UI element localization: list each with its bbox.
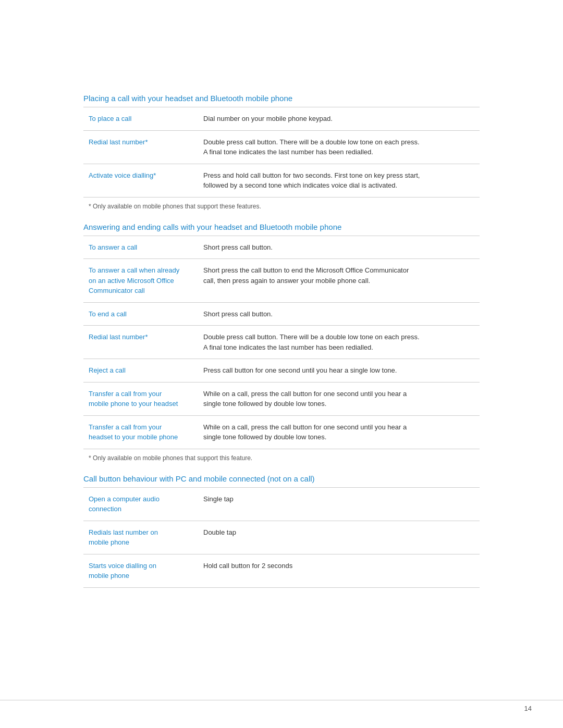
row-description: Double press call button. There will be … [198,326,480,359]
row-label: To place a call [83,107,198,131]
row-label: Transfer a call from yourheadset to your… [83,415,198,449]
section-title-placing-call: Placing a call with your headset and Blu… [83,94,480,103]
section-placing-call: Placing a call with your headset and Blu… [83,94,480,210]
table-row: Reject a call Press call button for one … [83,359,480,382]
row-description: Double press call button. There will be … [198,130,480,164]
table-row: To answer a call Short press call button… [83,236,480,259]
row-label: Reject a call [83,359,198,382]
table-call-button: Open a computer audioconnection Single t… [83,487,480,588]
section-title-call-button: Call button behaviour with PC and mobile… [83,474,480,483]
table-row: Redial last number* Double press call bu… [83,326,480,359]
table-placing-call: To place a call Dial number on your mobi… [83,107,480,198]
section-title-answering-ending: Answering and ending calls with your hea… [83,223,480,231]
row-label: Redial last number* [83,130,198,164]
table-row: Open a computer audioconnection Single t… [83,487,480,521]
page-number: 14 [524,705,532,712]
row-label: Transfer a call from yourmobile phone to… [83,382,198,415]
row-description: Short press the call button to end the M… [198,259,480,303]
row-label: Starts voice dialling onmobile phone [83,554,198,587]
row-description: Short press call button. [198,302,480,326]
row-description: Short press call button. [198,236,480,259]
row-description: Hold call button for 2 seconds [198,554,480,587]
table-row: To place a call Dial number on your mobi… [83,107,480,131]
row-label: Redials last number onmobile phone [83,521,198,554]
row-label: To answer a call when alreadyon an activ… [83,259,198,303]
row-description: While on a call, press the call button f… [198,415,480,449]
page-container: Placing a call with your headset and Blu… [0,0,563,632]
table-row: Transfer a call from yourmobile phone to… [83,382,480,415]
row-label: To end a call [83,302,198,326]
row-label: Redial last number* [83,326,198,359]
row-description: Press call button for one second until y… [198,359,480,382]
footnote-placing-call: * Only available on mobile phones that s… [83,203,480,210]
table-row: Transfer a call from yourheadset to your… [83,415,480,449]
table-row: To answer a call when alreadyon an activ… [83,259,480,303]
table-row: To end a call Short press call button. [83,302,480,326]
row-description: Double tap [198,521,480,554]
row-description: Press and hold call button for two secon… [198,164,480,197]
section-answering-ending: Answering and ending calls with your hea… [83,223,480,462]
table-row: Redials last number onmobile phone Doubl… [83,521,480,554]
table-answering-ending: To answer a call Short press call button… [83,236,480,449]
row-label: Activate voice dialling* [83,164,198,197]
row-label: Open a computer audioconnection [83,487,198,521]
table-row: Redial last number* Double press call bu… [83,130,480,164]
section-call-button: Call button behaviour with PC and mobile… [83,474,480,588]
footnote-answering-ending: * Only available on mobile phones that s… [83,454,480,462]
row-description: Dial number on your mobile phone keypad. [198,107,480,131]
page-footer: 14 [0,700,563,712]
table-row: Activate voice dialling* Press and hold … [83,164,480,197]
row-description: While on a call, press the call button f… [198,382,480,415]
row-label: To answer a call [83,236,198,259]
table-row: Starts voice dialling onmobile phone Hol… [83,554,480,587]
row-description: Single tap [198,487,480,521]
